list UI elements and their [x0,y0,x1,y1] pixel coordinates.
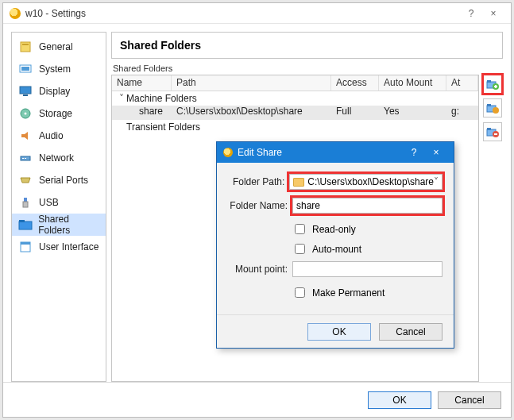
svg-rect-10 [25,158,26,159]
svg-rect-11 [24,198,27,202]
sidebar-item-general[interactable]: General [12,36,106,58]
dialog-help-button[interactable]: ? [403,147,425,158]
col-path[interactable]: Path [172,75,331,91]
folder-path-label: Folder Path: [228,176,284,187]
cancel-button[interactable]: Cancel [438,391,501,409]
sidebar-item-label: System [39,64,71,75]
mount-point-label: Mount point: [228,264,288,275]
audio-icon [17,129,34,142]
dialog-ok-button[interactable]: OK [307,323,371,341]
share-at: g: [446,106,478,120]
sidebar-item-audio[interactable]: Audio [12,125,106,147]
window-title: w10 - Settings [25,8,86,19]
sidebar-item-display[interactable]: Display [12,80,106,102]
read-only-row: Read-only [228,222,443,237]
sidebar-item-user-interface[interactable]: User Interface [12,236,106,258]
svg-rect-18 [487,80,491,83]
dialog-cancel-button[interactable]: Cancel [379,323,443,341]
share-name: share [112,106,172,120]
read-only-label: Read-only [312,224,356,235]
col-automount[interactable]: Auto Mount [379,75,446,91]
display-icon [17,85,34,98]
ok-button[interactable]: OK [368,391,431,409]
folder-remove-icon [486,126,499,137]
svg-rect-12 [23,202,28,207]
system-icon [17,63,34,75]
list-header: Name Path Access Auto Mount At [112,75,478,91]
sidebar-item-serial-ports[interactable]: Serial Ports [12,169,106,191]
share-row[interactable]: share C:\Users\xboxl\Desktop\share Full … [112,106,478,120]
storage-icon [17,107,34,120]
edit-share-button[interactable] [483,98,502,118]
folder-name-input[interactable]: share [292,198,443,214]
general-icon [17,40,34,53]
user-interface-icon [17,241,34,253]
read-only-checkbox[interactable] [295,224,305,234]
share-path: C:\Users\xboxl\Desktop\share [172,106,331,120]
col-name[interactable]: Name [112,75,172,91]
svg-rect-14 [19,220,25,222]
svg-rect-28 [494,133,497,135]
folder-path-row: Folder Path: C:\Users\xboxl\Desktop\shar… [228,174,443,190]
list-toolbar [482,75,503,382]
folder-name-label: Folder Name: [228,200,288,211]
add-share-button[interactable] [483,75,502,94]
dialog-titlebar: Edit Share ? × [217,142,454,163]
remove-share-button[interactable] [483,122,502,141]
help-button[interactable]: ? [460,6,482,21]
share-automount: Yes [379,106,446,120]
window-footer: OK Cancel [3,382,511,417]
sidebar-item-system[interactable]: System [12,58,106,80]
chevron-down-icon: ˅ [434,176,439,187]
svg-point-24 [493,107,499,114]
sidebar-item-usb[interactable]: USB [12,191,106,214]
svg-rect-5 [23,94,28,96]
svg-rect-9 [22,158,24,159]
make-permanent-label: Make Permanent [312,287,385,299]
auto-mount-row: Auto-mount [228,241,443,256]
svg-point-7 [25,113,27,115]
auto-mount-checkbox[interactable] [295,244,305,254]
svg-rect-16 [21,242,30,245]
svg-rect-4 [20,87,31,94]
sidebar-item-network[interactable]: Network [12,147,106,169]
sidebar-item-label: Audio [39,130,64,141]
folder-icon [293,178,304,187]
transient-folders-node[interactable]: Transient Folders [112,120,478,134]
make-permanent-checkbox[interactable] [295,287,305,298]
sidebar-item-label: General [39,41,73,52]
expand-icon[interactable]: ˅ [117,93,126,104]
sidebar-item-label: User Interface [39,241,99,252]
machine-folders-node[interactable]: ˅ Machine Folders [112,91,478,106]
sidebar: General System Display Storage Audio Net… [11,32,106,382]
col-at[interactable]: At [446,75,478,91]
share-access: Full [331,106,379,120]
svg-rect-0 [21,42,30,52]
settings-window: w10 - Settings ? × General System Displa… [2,2,512,418]
page-title: Shared Folders [111,32,503,59]
mount-point-input[interactable] [292,261,443,277]
folder-edit-icon [486,102,499,114]
sidebar-item-storage[interactable]: Storage [12,102,106,125]
app-icon [10,8,21,19]
svg-rect-1 [22,44,29,45]
sidebar-item-label: Storage [39,108,72,119]
tree-label: Machine Folders [126,93,197,104]
close-button[interactable]: × [482,6,504,21]
dialog-close-button[interactable]: × [425,147,447,158]
serial-ports-icon [17,174,34,187]
folder-path-combo[interactable]: C:\Users\xboxl\Desktop\share ˅ [289,174,443,190]
sidebar-item-label: Shared Folders [38,214,101,236]
sidebar-item-label: Display [39,86,70,97]
sidebar-item-label: Serial Ports [39,175,88,186]
app-icon [223,148,233,157]
sidebar-item-shared-folders[interactable]: Shared Folders [12,214,106,236]
mount-point-row: Mount point: [228,261,443,277]
col-access[interactable]: Access [331,75,379,91]
svg-rect-21 [494,86,497,87]
svg-rect-3 [21,67,29,71]
svg-rect-23 [487,104,491,106]
edit-share-dialog: Edit Share ? × Folder Path: C:\Users\xbo… [216,141,454,349]
svg-rect-26 [487,128,491,130]
dialog-title: Edit Share [238,147,282,158]
